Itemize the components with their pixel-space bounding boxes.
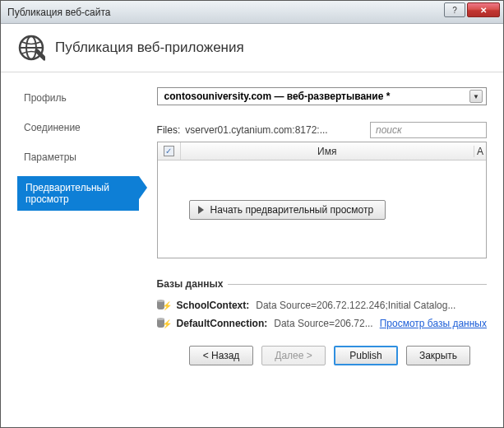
window-controls: ? ✕	[444, 2, 500, 17]
nav-settings[interactable]: Параметры	[17, 147, 139, 168]
play-icon	[198, 206, 204, 214]
files-row: Files: vserver01.cytanium.com:8172:... п…	[157, 122, 487, 138]
grid-body: Начать предварительный просмотр	[158, 160, 486, 258]
grid-header: Имя А	[158, 142, 486, 160]
wizard-title: Публикация веб-приложения	[55, 40, 244, 56]
db-row-schoolcontext: ⚡ SchoolContext: Data Source=206.72.122.…	[157, 300, 487, 311]
help-button[interactable]: ?	[444, 2, 465, 17]
profile-dropdown[interactable]: contosouniversity.com — веб-развертывани…	[157, 87, 487, 105]
start-preview-button[interactable]: Начать предварительный просмотр	[189, 200, 386, 220]
close-window-button[interactable]: ✕	[467, 2, 500, 17]
db-connstr: Data Source=206.72...	[274, 318, 372, 329]
files-label: Files:	[157, 124, 181, 136]
nav-connection[interactable]: Соединение	[17, 117, 139, 138]
checkbox-icon	[164, 146, 174, 156]
titlebar: Публикация веб-сайта ? ✕	[1, 1, 503, 24]
file-grid: Имя А Начать предварительный просмотр	[157, 142, 487, 258]
wizard-main: contosouniversity.com — веб-развертывани…	[139, 87, 487, 416]
databases-section: Базы данных ⚡ SchoolContext: Data Source…	[157, 278, 487, 336]
search-placeholder: поиск	[376, 124, 402, 136]
wizard-footer: < Назад Далее > Publish Закрыть	[157, 336, 487, 375]
profile-dropdown-value: contosouniversity.com — веб-развертывани…	[164, 91, 469, 102]
close-button[interactable]: Закрыть	[406, 346, 470, 365]
divider	[228, 284, 487, 285]
start-preview-label: Начать предварительный просмотр	[210, 204, 374, 216]
back-button[interactable]: < Назад	[189, 346, 253, 365]
files-target: vserver01.cytanium.com:8172:...	[185, 124, 365, 136]
publish-button[interactable]: Publish	[334, 346, 398, 365]
chevron-down-icon: ▼	[469, 90, 483, 103]
databases-legend: Базы данных	[157, 278, 487, 290]
grid-checkall[interactable]	[158, 142, 181, 160]
database-icon: ⚡	[157, 318, 170, 329]
next-button: Далее >	[261, 346, 326, 365]
nav-profile[interactable]: Профиль	[17, 87, 139, 109]
database-icon: ⚡	[157, 300, 170, 311]
search-input[interactable]: поиск	[370, 122, 487, 138]
grid-col-name[interactable]: Имя	[181, 146, 474, 157]
db-name: DefaultConnection:	[177, 318, 268, 329]
db-preview-link[interactable]: Просмотр базы данных	[380, 318, 487, 329]
db-connstr: Data Source=206.72.122.246;Initial Catal…	[256, 300, 455, 311]
grid-col-last[interactable]: А	[474, 146, 486, 157]
globe-icon	[17, 34, 45, 62]
nav-preview[interactable]: Предварительный просмотр	[17, 176, 139, 211]
window-title: Публикация веб-сайта	[7, 7, 110, 18]
dialog-window: Публикация веб-сайта ? ✕ Публикация веб-…	[0, 0, 504, 428]
db-name: SchoolContext:	[177, 300, 250, 311]
wizard-sidebar: Профиль Соединение Параметры Предварител…	[17, 87, 139, 416]
databases-legend-text: Базы данных	[157, 278, 224, 290]
profile-row: contosouniversity.com — веб-развертывани…	[157, 87, 487, 105]
wizard-header: Публикация веб-приложения	[1, 24, 503, 72]
db-row-defaultconnection: ⚡ DefaultConnection: Data Source=206.72.…	[157, 318, 487, 329]
wizard-body: Профиль Соединение Параметры Предварител…	[1, 72, 503, 427]
